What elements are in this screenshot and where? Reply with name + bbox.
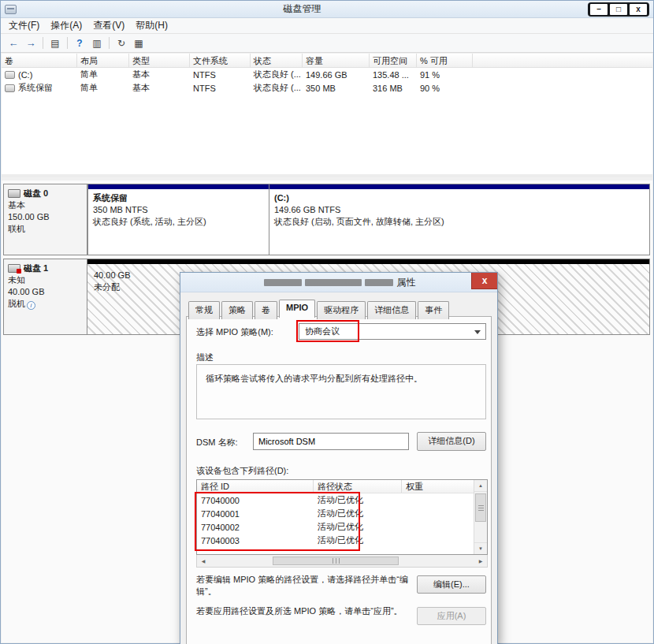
- disk1-status: 脱机i: [8, 298, 83, 310]
- cell-status: 状态良好 (...: [251, 82, 303, 94]
- col-status[interactable]: 状态: [251, 54, 303, 67]
- apply-button[interactable]: 应用(A): [417, 607, 486, 625]
- col-pct-free[interactable]: % 可用: [417, 54, 473, 67]
- toolbar: ← → ▤ ? ▥ ↻ ▦: [1, 34, 653, 53]
- path-row[interactable]: 77040000 活动/已优化: [197, 493, 474, 507]
- path-id: 77040002: [197, 523, 314, 532]
- col-volume[interactable]: 卷: [2, 54, 77, 67]
- edit-button[interactable]: 编辑(E)...: [417, 575, 486, 594]
- toolbar-separator: [109, 37, 110, 49]
- cell-capacity: 350 MB: [303, 84, 370, 93]
- tab-events[interactable]: 事件: [418, 301, 449, 319]
- forward-icon[interactable]: →: [22, 35, 39, 51]
- details-button[interactable]: 详细信息(D): [417, 432, 486, 451]
- cell-free: 135.48 ...: [370, 70, 417, 80]
- paths-label: 该设备包含下列路径(D):: [196, 465, 288, 477]
- dialog-title-suffix: 属性: [397, 276, 416, 289]
- scroll-up-icon[interactable]: ▲: [474, 480, 487, 492]
- partition-system-reserved[interactable]: 系统保留 350 MB NTFS 状态良好 (系统, 活动, 主分区): [87, 184, 269, 255]
- mpio-policy-dropdown[interactable]: 协商会议: [299, 323, 486, 340]
- cell-pct: 91 %: [417, 70, 473, 80]
- help-icon[interactable]: ?: [71, 35, 88, 51]
- disk1-info[interactable]: 磁盘 1 未知 40.00 GB 脱机i: [4, 259, 87, 334]
- scrollbar-thumb[interactable]: [475, 493, 486, 522]
- policy-label: 选择 MPIO 策略(M):: [196, 326, 273, 338]
- menu-file[interactable]: 文件(F): [3, 17, 45, 34]
- path-row[interactable]: 77040003 活动/已优化: [197, 534, 474, 547]
- partition-stripe: [269, 184, 649, 189]
- dialog-close-button[interactable]: x: [471, 273, 497, 289]
- description-box: 循环策略尝试将传入的请求平均分配到所有处理路径中。: [196, 364, 486, 419]
- partition-c-drive[interactable]: (C:) 149.66 GB NTFS 状态良好 (启动, 页面文件, 故障转储…: [269, 184, 649, 255]
- offline-info-icon[interactable]: i: [27, 301, 35, 310]
- path-list: 路径 ID 路径状态 权重 77040000 活动/已优化 77040001 活…: [196, 479, 488, 555]
- menu-bar: 文件(F) 操作(A) 查看(V) 帮助(H): [1, 18, 653, 34]
- mpio-tab-page: 选择 MPIO 策略(M): 协商会议 描述 循环策略尝试将传入的请求平均分配到…: [186, 316, 492, 644]
- path-id: 77040000: [197, 496, 314, 505]
- col-path-status[interactable]: 路径状态: [314, 480, 402, 493]
- tab-volumes[interactable]: 卷: [255, 301, 277, 319]
- col-type[interactable]: 类型: [129, 54, 190, 67]
- disk0-type: 基本: [8, 199, 83, 211]
- cell-pct: 90 %: [417, 84, 473, 93]
- scrollbar-thumb[interactable]: [273, 557, 399, 565]
- path-row[interactable]: 77040001 活动/已优化: [197, 507, 474, 520]
- console-icon[interactable]: ▦: [130, 35, 147, 51]
- tab-driver[interactable]: 驱动程序: [317, 301, 366, 319]
- chevron-down-icon: [474, 330, 481, 337]
- volume-name: 系统保留: [18, 82, 53, 94]
- col-filler: [473, 54, 652, 67]
- apply-hint-text: 若要应用路径设置及所选 MPIO 策略，请单击“应用”。: [196, 605, 420, 617]
- col-path-id[interactable]: 路径 ID: [197, 480, 314, 493]
- dialog-tabs: 常规 策略 卷 MPIO 驱动程序 详细信息 事件: [188, 300, 451, 318]
- partition-status: 状态良好 (启动, 页面文件, 故障转储, 主分区): [274, 216, 645, 228]
- description-label: 描述: [196, 352, 214, 363]
- menu-action[interactable]: 操作(A): [45, 17, 87, 34]
- graph-view-icon[interactable]: ▥: [88, 35, 106, 51]
- tab-general[interactable]: 常规: [188, 301, 220, 319]
- scroll-right-icon[interactable]: ▶: [474, 558, 487, 564]
- volume-name: (C:): [18, 70, 32, 80]
- scroll-left-icon[interactable]: ◀: [197, 558, 210, 564]
- tab-mpio[interactable]: MPIO: [279, 300, 315, 318]
- window-title: 磁盘管理: [17, 2, 588, 16]
- partition-size: 149.66 GB NTFS: [274, 204, 645, 216]
- menu-help[interactable]: 帮助(H): [130, 17, 173, 34]
- path-status: 活动/已优化: [314, 508, 402, 519]
- col-free[interactable]: 可用空间: [370, 54, 417, 67]
- tab-details[interactable]: 详细信息: [367, 301, 416, 319]
- description-text: 循环策略尝试将传入的请求平均分配到所有处理路径中。: [206, 374, 422, 383]
- path-list-body: 路径 ID 路径状态 权重 77040000 活动/已优化 77040001 活…: [197, 480, 474, 554]
- close-button[interactable]: x: [630, 4, 647, 15]
- col-weight[interactable]: 权重: [402, 480, 474, 493]
- list-view-icon[interactable]: ▤: [46, 35, 64, 51]
- cell-layout: 简单: [77, 82, 129, 94]
- toolbar-separator: [67, 37, 68, 49]
- dsm-name-field[interactable]: [253, 433, 409, 450]
- path-row[interactable]: 77040002 活动/已优化: [197, 520, 474, 534]
- cell-layout: 简单: [77, 69, 129, 80]
- scroll-down-icon[interactable]: ▼: [474, 542, 487, 554]
- back-icon[interactable]: ←: [5, 35, 22, 51]
- vertical-scrollbar[interactable]: ▲ ▼: [474, 480, 487, 554]
- disk0-size: 150.00 GB: [8, 211, 83, 223]
- tab-policy[interactable]: 策略: [221, 301, 253, 319]
- cell-status: 状态良好 (...: [251, 69, 303, 80]
- dialog-titlebar: 属性 x: [180, 273, 497, 292]
- horizontal-scrollbar[interactable]: ◀ ▶: [196, 555, 488, 568]
- path-id: 77040003: [197, 536, 314, 545]
- path-status: 活动/已优化: [314, 494, 402, 506]
- table-row[interactable]: 系统保留 简单 基本 NTFS 状态良好 (... 350 MB 316 MB …: [2, 81, 652, 95]
- col-capacity[interactable]: 容量: [303, 54, 370, 67]
- window-titlebar: 磁盘管理 – □ x: [1, 1, 653, 18]
- maximize-button[interactable]: □: [610, 4, 627, 15]
- cell-free: 316 MB: [370, 84, 417, 93]
- refresh-icon[interactable]: ↻: [113, 35, 130, 51]
- col-filesystem[interactable]: 文件系统: [190, 54, 251, 67]
- disk1-type: 未知: [8, 274, 83, 286]
- minimize-button[interactable]: –: [590, 4, 608, 15]
- disk0-info[interactable]: 磁盘 0 基本 150.00 GB 联机: [4, 184, 87, 255]
- menu-view[interactable]: 查看(V): [87, 17, 130, 34]
- table-row[interactable]: (C:) 简单 基本 NTFS 状态良好 (... 149.66 GB 135.…: [2, 68, 652, 81]
- col-layout[interactable]: 布局: [77, 54, 129, 67]
